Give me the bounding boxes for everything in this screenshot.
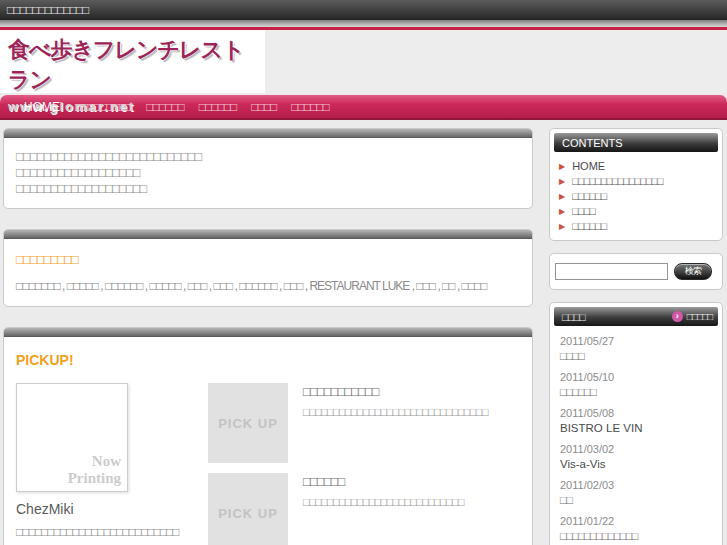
contents-item-home[interactable]: ▶ HOME	[559, 161, 713, 172]
pickup-thumb-placeholder[interactable]: PICK UP	[208, 473, 288, 545]
contents-item-label: □□□□□□	[572, 191, 606, 202]
intro-box-bar	[4, 129, 532, 138]
intro-line: □□□□□□□□□□□□□□□□□□□□□□□□□□□	[16, 149, 520, 165]
news-entry-title[interactable]: □□□□□□□□□□□□□	[560, 530, 712, 542]
pickup-item-desc: □□□□□□□□□□□□□□□□□□□□□□□□□□□□□□□	[303, 406, 487, 418]
news-entry-title[interactable]: Vis-a-Vis	[560, 458, 712, 470]
pickup-item-title[interactable]: □□□□□□	[303, 474, 464, 489]
news-entry-title[interactable]: BISTRO LE VIN	[560, 422, 712, 434]
news-entry-title[interactable]: □□□□	[560, 350, 712, 362]
news-entry-date: 2011/05/08	[560, 407, 712, 419]
news-list: 2011/05/27 □□□□ 2011/05/10 □□□□□□ 2011/0…	[554, 326, 718, 545]
contents-item-4[interactable]: ▶ □□□□□□	[559, 221, 713, 232]
site-header: 食べ歩きフレンチレストラン www.glomar.net	[0, 30, 727, 93]
news-entry: 2011/05/27 □□□□	[560, 335, 712, 362]
search-button[interactable]: 検索	[674, 263, 712, 280]
sidebar: CONTENTS ▶ HOME ▶ □□□□□□□□□□□□□□□□ ▶ □□□…	[549, 128, 723, 545]
pickup-item-list: PICK UP □□□□□□□□□□□ □□□□□□□□□□□□□□□□□□□□…	[208, 383, 520, 545]
news-entry: 2011/05/08 BISTRO LE VIN	[560, 407, 712, 434]
content-area: □□□□□□□□□□□□□□□□□□□□□□□□□□□ □□□□□□□□□□□□…	[0, 120, 727, 545]
nav-item-5[interactable]: □□□□□□	[291, 100, 329, 114]
news-more-label: □□□□□	[687, 311, 712, 322]
news-header-title: □□□□	[562, 311, 585, 323]
now-printing-text: Now Printing	[43, 453, 121, 487]
pickup-featured-title[interactable]: ChezMiki	[16, 501, 208, 517]
nav-item-3[interactable]: □□□□□□	[199, 100, 237, 114]
news-entry: 2011/03/02 Vis-a-Vis	[560, 443, 712, 470]
pickup-heading: PICKUP!	[16, 352, 520, 368]
news-box: □□□□ › □□□□□ 2011/05/27 □□□□ 2011/05/10 …	[549, 302, 723, 545]
news-entry-title[interactable]: □□□□□□	[560, 386, 712, 398]
contents-item-label: □□□□	[572, 206, 595, 217]
news-entry-title[interactable]: □□	[560, 494, 712, 506]
pickup-item: PICK UP □□□□□□ □□□□□□□□□□□□□□□□□□□□□□□□□…	[208, 473, 520, 545]
news-more-link[interactable]: › □□□□□	[672, 311, 712, 322]
intro-line: □□□□□□□□□□□□□□□□□□	[16, 165, 520, 181]
contents-box: CONTENTS ▶ HOME ▶ □□□□□□□□□□□□□□□□ ▶ □□□…	[549, 128, 723, 241]
news-entry: 2011/02/03 □□	[560, 479, 712, 506]
shop-list-links[interactable]: □□□□□□□ , □□□□□ , □□□□□□ , □□□□□ , □□□ ,…	[16, 278, 520, 295]
news-entry-date: 2011/03/02	[560, 443, 712, 455]
site-logo-title: 食べ歩きフレンチレストラン	[8, 35, 265, 95]
shop-list-box-bar	[4, 230, 532, 239]
top-utility-bar: □□□□□□□□□□□□□	[0, 0, 727, 20]
nav-item-2[interactable]: □□□□□□	[146, 100, 184, 114]
news-entry: 2011/05/10 □□□□□□	[560, 371, 712, 398]
nav-item-home[interactable]: HOME	[24, 100, 60, 114]
arrow-bullet-icon: ▶	[559, 193, 565, 201]
nav-item-4[interactable]: □□□□	[251, 100, 276, 114]
news-entry-date: 2011/01/22	[560, 515, 712, 527]
shop-list-heading: □□□□□□□□□	[16, 252, 520, 267]
news-entry-date: 2011/02/03	[560, 479, 712, 491]
contents-item-label: HOME	[572, 161, 605, 172]
pickup-featured-desc-line: □□□□□□□□□□□□□□□□□□□□□□□□□□	[16, 524, 208, 540]
contents-header: CONTENTS	[554, 133, 718, 152]
pickup-box: PICKUP! Now Printing ChezMiki □□□□□□□□□□…	[3, 327, 533, 545]
contents-item-label: □□□□□□	[572, 221, 606, 232]
news-entry-date: 2011/05/10	[560, 371, 712, 383]
intro-box: □□□□□□□□□□□□□□□□□□□□□□□□□□□ □□□□□□□□□□□□…	[3, 128, 533, 209]
now-printing-image[interactable]: Now Printing	[16, 383, 128, 492]
chevron-right-icon: ›	[672, 311, 683, 322]
pickup-item-desc: □□□□□□□□□□□□□□□□□□□□□□□□□□□	[303, 496, 464, 508]
contents-item-3[interactable]: ▶ □□□□	[559, 206, 713, 217]
main-column: □□□□□□□□□□□□□□□□□□□□□□□□□□□ □□□□□□□□□□□□…	[3, 128, 533, 545]
main-nav: HOME □□□□□□□□□ □□□□□□ □□□□□□ □□□□ □□□□□□	[0, 95, 727, 120]
news-entry: 2011/01/22 □□□□□□□□□□□□□	[560, 515, 712, 542]
top-bar-text: □□□□□□□□□□□□□	[7, 3, 88, 17]
arrow-bullet-icon: ▶	[559, 223, 565, 231]
search-input[interactable]	[555, 263, 668, 280]
silver-strip	[0, 20, 727, 27]
news-entry-date: 2011/05/27	[560, 335, 712, 347]
arrow-bullet-icon: ▶	[559, 178, 565, 186]
pickup-box-bar	[4, 328, 532, 337]
pickup-featured: Now Printing ChezMiki □□□□□□□□□□□□□□□□□□…	[16, 383, 208, 545]
news-header: □□□□ › □□□□□	[554, 307, 718, 326]
pickup-item-title[interactable]: □□□□□□□□□□□	[303, 384, 487, 399]
nav-item-1[interactable]: □□□□□□□□□	[75, 100, 131, 114]
contents-item-label: □□□□□□□□□□□□□□□□	[572, 176, 662, 187]
shop-list-box: □□□□□□□□□ □□□□□□□ , □□□□□ , □□□□□□ , □□□…	[3, 229, 533, 307]
pickup-thumb-placeholder[interactable]: PICK UP	[208, 383, 288, 463]
arrow-bullet-icon: ▶	[559, 208, 565, 216]
pickup-featured-desc-line: □□□□□□□□□□□□	[16, 540, 208, 545]
arrow-bullet-icon: ▶	[559, 163, 565, 171]
intro-line: □□□□□□□□□□□□□□□□□□□	[16, 181, 520, 197]
pickup-item: PICK UP □□□□□□□□□□□ □□□□□□□□□□□□□□□□□□□□…	[208, 383, 520, 468]
search-box: 検索	[549, 253, 723, 290]
contents-item-1[interactable]: ▶ □□□□□□□□□□□□□□□□	[559, 176, 713, 187]
site-logo[interactable]: 食べ歩きフレンチレストラン www.glomar.net	[0, 30, 265, 93]
contents-item-2[interactable]: ▶ □□□□□□	[559, 191, 713, 202]
